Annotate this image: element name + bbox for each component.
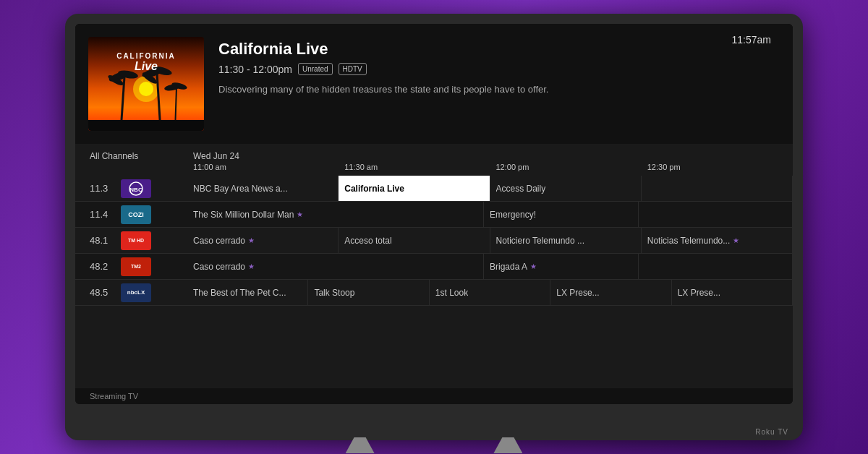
tv-frame: CALIFORNIA Live California Live 11:30 - … [65, 14, 803, 440]
show-thumbnail: CALIFORNIA Live [88, 37, 204, 131]
program-title: Caso cerrado [193, 262, 245, 272]
program-cells: Caso cerrado ★ Acceso total Noticiero Te… [187, 228, 793, 253]
program-cells: The Six Million Dollar Man ★ Emergency! [187, 202, 793, 227]
program-title: Noticias Telemundo... [647, 236, 731, 246]
channel-number: 11.3 [90, 183, 115, 194]
program-cell-selected[interactable]: California Live [339, 176, 490, 201]
svg-point-2 [139, 82, 153, 96]
table-row[interactable]: 48.1 TM HD Caso cerrado ★ Acceso to [75, 228, 793, 254]
program-title: LX Prese... [556, 288, 599, 298]
time-slot-1100: 11:00 am [187, 163, 339, 171]
program-title: Talk Stoop [314, 288, 354, 298]
program-title: NBC Bay Area News a... [193, 184, 288, 194]
time-slot-1130: 11:30 am [339, 163, 490, 171]
program-cell[interactable]: Access Daily [490, 176, 642, 201]
program-cells: Caso cerrado ★ Brigada A ★ [187, 254, 793, 279]
program-cells: NBC Bay Area News a... California Live A… [187, 176, 793, 201]
program-cell[interactable] [642, 176, 793, 201]
program-cell[interactable]: Acceso total [339, 228, 490, 253]
star-icon: ★ [248, 236, 255, 244]
telemundo-logo: TM HD [121, 231, 151, 250]
show-description: Discovering many of the hidden treasures… [218, 82, 580, 97]
tv-leg-right [493, 437, 522, 453]
program-cell[interactable]: LX Prese... [550, 280, 671, 305]
program-cell[interactable] [639, 254, 793, 279]
program-title: California Live [344, 184, 404, 194]
svg-text:NBC: NBC [129, 187, 142, 193]
program-title: Acceso total [344, 236, 391, 246]
show-title: California Live [218, 40, 771, 59]
time-slot-1200: 12:00 pm [490, 163, 642, 171]
channel-number: 48.5 [90, 287, 115, 298]
program-cell[interactable]: The Six Million Dollar Man ★ [187, 202, 484, 227]
guide-section: All Channels Wed Jun 24 11:00 am 11:30 a… [75, 144, 793, 404]
channel-number: 48.2 [90, 261, 115, 272]
program-cell[interactable]: The Best of The Pet C... [187, 280, 308, 305]
channel-info-113: 11.3 NBC [75, 179, 187, 198]
svg-text:Live: Live [135, 60, 158, 72]
program-cell[interactable]: 1st Look [430, 280, 550, 305]
channel-info-485: 48.5 nbcLX [75, 283, 187, 302]
channel-info-114: 11.4 COZI [75, 205, 187, 224]
program-cell[interactable]: Noticiero Telemundo ... [490, 228, 642, 253]
streaming-label: Streaming TV [90, 392, 138, 401]
table-row[interactable]: 48.2 TM2 Caso cerrado ★ Brigada A [75, 254, 793, 280]
tv-screen: CALIFORNIA Live California Live 11:30 - … [75, 24, 793, 404]
show-time: 11:30 - 12:00pm [218, 64, 292, 75]
program-title: The Six Million Dollar Man [193, 210, 294, 220]
program-cell[interactable]: Caso cerrado ★ [187, 228, 339, 253]
channel-info-481: 48.1 TM HD [75, 231, 187, 250]
table-row[interactable]: 11.4 COZI The Six Million Dollar Man ★ [75, 202, 793, 228]
program-title: Noticiero Telemundo ... [496, 236, 585, 246]
clock: 11:57am [732, 34, 771, 46]
program-cell[interactable]: NBC Bay Area News a... [187, 176, 339, 201]
program-cell[interactable]: Talk Stoop [308, 280, 429, 305]
show-details: California Live 11:30 - 12:00pm Unrated … [218, 37, 771, 97]
program-cell[interactable]: Brigada A ★ [484, 254, 639, 279]
channel-info-482: 48.2 TM2 [75, 257, 187, 276]
time-headers: 11:00 am 11:30 am 12:00 pm 12:30 pm [187, 163, 793, 171]
streaming-bar: Streaming TV [75, 388, 793, 404]
program-cell[interactable] [639, 202, 793, 227]
program-cell[interactable]: Emergency! [484, 202, 639, 227]
program-title: Access Daily [496, 184, 546, 194]
star-icon: ★ [297, 210, 303, 218]
program-title: The Best of The Pet C... [193, 288, 286, 298]
star-icon: ★ [248, 262, 255, 270]
table-row[interactable]: 11.3 NBC NBC Bay Area News a... [75, 176, 793, 202]
date-label: Wed Jun 24 [187, 151, 239, 161]
tv-leg-left [346, 437, 375, 453]
program-title: Caso cerrado [193, 236, 245, 246]
program-title: Emergency! [490, 210, 536, 220]
program-cell[interactable]: LX Prese... [672, 280, 793, 305]
screen-content: CALIFORNIA Live California Live 11:30 - … [75, 24, 793, 404]
cozi-logo: COZI [121, 205, 151, 224]
guide-header: All Channels Wed Jun 24 11:00 am 11:30 a… [75, 144, 793, 176]
badge-hdtv: HDTV [339, 63, 367, 75]
program-cells: The Best of The Pet C... Talk Stoop 1st … [187, 280, 793, 305]
svg-rect-14 [88, 120, 204, 131]
program-title: Brigada A [490, 262, 527, 272]
telemundo2-logo: TM2 [121, 257, 151, 276]
info-panel: CALIFORNIA Live California Live 11:30 - … [75, 24, 793, 144]
nbc-logo: NBC [121, 179, 151, 198]
channels-label: All Channels [75, 151, 187, 161]
svg-text:CALIFORNIA: CALIFORNIA [116, 52, 176, 60]
channel-number: 11.4 [90, 209, 115, 220]
program-title: LX Prese... [678, 288, 720, 298]
star-icon: ★ [733, 236, 739, 244]
badge-unrated: Unrated [298, 63, 333, 75]
show-time-row: 11:30 - 12:00pm Unrated HDTV [218, 63, 771, 75]
guide-rows: 11.3 NBC NBC Bay Area News a... [75, 176, 793, 388]
lx-logo: nbcLX [121, 283, 151, 302]
channel-number: 48.1 [90, 235, 115, 246]
program-title: 1st Look [435, 288, 468, 298]
star-icon: ★ [530, 262, 537, 270]
table-row[interactable]: 48.5 nbcLX The Best of The Pet C... Talk… [75, 280, 793, 306]
program-cell[interactable]: Caso cerrado ★ [187, 254, 484, 279]
roku-brand: Roku TV [755, 428, 788, 436]
program-cell[interactable]: Noticias Telemundo... ★ [642, 228, 793, 253]
time-slot-1230: 12:30 pm [642, 163, 793, 171]
